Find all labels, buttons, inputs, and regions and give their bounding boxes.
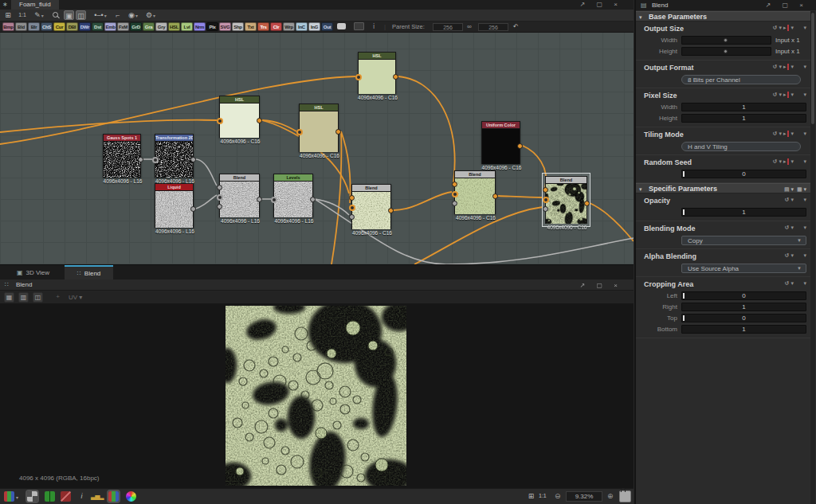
value-slider[interactable]: 0 (681, 170, 806, 178)
input-port[interactable] (452, 201, 457, 206)
shelf-chip-gra[interactable]: Gra (143, 22, 155, 31)
shelf-chip-inc[interactable]: InC (296, 22, 308, 31)
shelf-chip-gry[interactable]: Gry (155, 22, 167, 31)
reset-icon[interactable]: ↺ (773, 131, 778, 137)
node-gauss-spots-1[interactable]: Gauss Spots 14096x4096 - L16 (103, 134, 141, 178)
scrollbar-thumb[interactable] (811, 13, 814, 124)
viewport-2d[interactable]: 4096 x 4096 (RGBA, 16bpc) (0, 304, 634, 488)
zoom-one-to-one[interactable]: 1:1 (539, 493, 547, 498)
wire[interactable] (315, 199, 349, 215)
undo-size-icon[interactable]: ↶ (513, 21, 519, 33)
frame-mode-icon[interactable]: ◫ (76, 10, 86, 20)
graph-canvas[interactable]: Gauss Spots 14096x4096 - L16Transformati… (0, 33, 634, 264)
section-base-parameters[interactable]: ▾Base Parameters (636, 11, 811, 21)
output-port[interactable] (584, 201, 590, 206)
shelf-chip-blr[interactable]: Blr (28, 22, 40, 31)
value-slider[interactable]: 1 (681, 114, 806, 123)
wire-route-icon[interactable]: ⌐ (113, 10, 123, 20)
group-dropdown-icon[interactable]: ▾ (803, 64, 806, 70)
rgb-channels-icon[interactable] (45, 491, 55, 502)
input-port[interactable] (349, 205, 355, 211)
dropdown-copy[interactable]: Copy▼ (681, 236, 806, 245)
input-port[interactable] (452, 182, 457, 187)
alpha-channel-icon[interactable] (61, 491, 71, 502)
input-port[interactable] (349, 195, 355, 201)
output-port[interactable] (388, 208, 394, 213)
output-port[interactable] (492, 193, 498, 199)
node-levels[interactable]: Levels4096x4096 - L16 (273, 174, 313, 217)
shelf-chip-hsl[interactable]: HSL (168, 22, 180, 31)
slider-knob[interactable] (724, 49, 728, 53)
zoom-out-icon[interactable]: ⊖ (555, 492, 561, 500)
shelf-chip-nrm[interactable]: Nrm (194, 22, 206, 31)
tab-foam-fluid[interactable]: Foam_fluid (11, 0, 59, 10)
shelf-chip-lvl[interactable]: Lvl (181, 22, 193, 31)
input-port[interactable] (543, 206, 548, 212)
wire[interactable] (398, 76, 455, 182)
parent-size-height-input[interactable]: 256 (478, 23, 508, 31)
reset-icon[interactable]: ↺ (773, 64, 778, 70)
slider-knob[interactable] (724, 38, 728, 42)
value-slider[interactable]: 1 (681, 325, 806, 334)
dropdown-h-and-v-tiling[interactable]: H and V Tiling (681, 142, 801, 151)
size-slider[interactable] (681, 47, 771, 56)
shelf-chip-out[interactable]: Out (321, 22, 333, 31)
shelf-chip-dwr[interactable]: DWr (79, 22, 91, 31)
view-window-buttons[interactable]: ↗ ▢ × (580, 280, 622, 291)
node-hsl[interactable]: HSL4096x4096 - C16 (299, 104, 339, 152)
view-tab-blend[interactable]: ∷Blend (65, 265, 113, 280)
input-port[interactable] (296, 129, 303, 135)
info-icon[interactable]: i (76, 491, 87, 502)
value-slider[interactable]: 0 (681, 291, 806, 300)
connection-style-icon[interactable]: •–•▾ (91, 10, 110, 20)
reset-icon[interactable]: ↺ (773, 92, 778, 98)
fit-image-icon[interactable]: ⊞ (526, 491, 536, 502)
input-port[interactable] (349, 214, 355, 220)
input-port[interactable] (217, 118, 223, 124)
output-port[interactable] (393, 74, 398, 80)
group-dropdown-icon[interactable]: ▾ (803, 131, 806, 137)
properties-window-buttons[interactable]: ↗ ▢ × (766, 0, 808, 10)
group-dropdown-icon[interactable]: ▾ (803, 225, 806, 231)
section-specific-parameters[interactable]: ▾Specific Parameters▤ ▾ ▦ ▾ (636, 183, 811, 193)
shelf-chip-chs[interactable]: ChS (41, 22, 53, 31)
reset-icon[interactable]: ↺ (773, 158, 778, 165)
link-mode-icon[interactable]: ▣ (64, 10, 74, 20)
pencil-icon[interactable]: ✎▾ (32, 10, 46, 20)
search-icon[interactable] (49, 10, 61, 20)
reset-icon[interactable]: ↺ (785, 280, 790, 287)
shelf-chip-dbl[interactable]: DBl (66, 22, 78, 31)
output-port[interactable] (190, 206, 196, 212)
output-port[interactable] (190, 157, 196, 162)
zoom-reset-button[interactable]: 1:1 (16, 10, 29, 20)
shelf-chip-dst[interactable]: Dst (92, 22, 104, 31)
engine-icon[interactable]: ◉▾ (126, 10, 140, 20)
view-tab-3d-view[interactable]: ▣3D View (3, 265, 63, 280)
node-liquid[interactable]: Liquid4096x4096 - L16 (155, 183, 194, 228)
input-port[interactable] (543, 197, 549, 203)
group-dropdown-icon[interactable]: ▾ (803, 158, 806, 165)
wire[interactable] (0, 120, 217, 132)
output-port[interactable] (310, 197, 316, 202)
color-wheel-icon[interactable] (126, 491, 136, 502)
gear-icon[interactable]: ⚙▾ (143, 10, 158, 20)
node-blend[interactable]: Blend4096x4096 - C16 (351, 184, 391, 229)
node-blend[interactable]: Blend4096x4096 - C16 (454, 170, 496, 214)
wire[interactable] (394, 192, 452, 210)
node-blend[interactable]: Blend4096x4096 - C16 (545, 176, 587, 224)
dropdown-use-source-alpha[interactable]: Use Source Alpha▼ (681, 264, 806, 273)
reset-icon[interactable]: ↺ (785, 197, 790, 203)
checker-background-icon[interactable] (27, 491, 37, 502)
properties-scrollbar[interactable] (810, 11, 815, 504)
comment-icon[interactable] (337, 23, 346, 29)
reset-icon[interactable]: ↺ (773, 25, 778, 31)
shelf-chip-bmp[interactable]: Bmp (2, 22, 14, 31)
input-port[interactable] (452, 191, 458, 197)
dropdown-8-bits-per-channel[interactable]: 8 Bits per Channel (681, 75, 801, 84)
view-export-icon[interactable]: ◫ (33, 292, 43, 303)
node-hsl[interactable]: HSL4096x4096 - C16 (219, 96, 260, 138)
channels-dropdown-icon[interactable] (4, 491, 14, 502)
output-port[interactable] (257, 118, 262, 123)
zoom-in-icon[interactable]: ⊕ (607, 492, 614, 500)
histogram-icon[interactable]: ▃▅▂ (91, 491, 101, 502)
